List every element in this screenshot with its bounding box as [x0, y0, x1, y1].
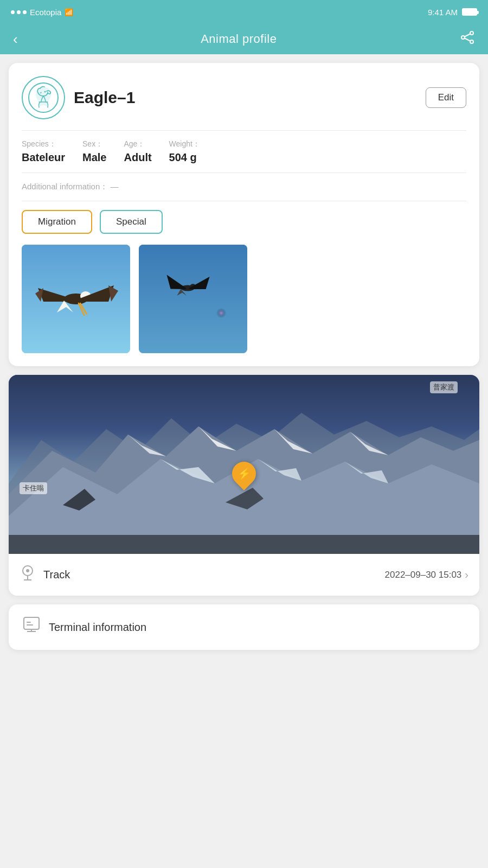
profile-card: Eagle–1 Edit Species： Bateleur Sex： Male…	[9, 63, 479, 366]
battery-icon	[462, 8, 477, 16]
avatar	[22, 76, 65, 119]
edit-button[interactable]: Edit	[426, 87, 466, 108]
additional-label: Additional information：	[22, 182, 108, 191]
carrier-label: Ecotopia	[30, 8, 61, 17]
weight-value: 504 g	[169, 151, 200, 164]
signal-dots	[11, 10, 27, 14]
main-content: Eagle–1 Edit Species： Bateleur Sex： Male…	[0, 54, 488, 659]
svg-point-16	[26, 569, 29, 572]
sex-value: Male	[82, 151, 106, 164]
location-icon	[20, 564, 36, 586]
stat-weight: Weight： 504 g	[169, 139, 200, 164]
svg-line-3	[465, 34, 470, 37]
stat-sex: Sex： Male	[82, 139, 106, 164]
map-label-1: 普家渡	[430, 381, 458, 393]
map-image: 普家渡 卡住嗡 ⚡	[9, 375, 479, 554]
stat-species: Species： Bateleur	[22, 139, 65, 164]
svg-point-11	[198, 293, 231, 326]
animal-header: Eagle–1 Edit	[22, 76, 466, 119]
stats-row: Species： Bateleur Sex： Male Age： Adult W…	[22, 139, 466, 164]
terminal-icon	[22, 615, 41, 639]
animal-identity: Eagle–1	[22, 76, 135, 119]
animal-name: Eagle–1	[74, 88, 135, 107]
time-label: 9:41 AM	[428, 8, 458, 17]
lightning-icon: ⚡	[237, 467, 251, 480]
track-label: Track	[43, 569, 70, 581]
terminal-card[interactable]: Terminal information	[9, 604, 479, 650]
track-left: Track	[20, 564, 70, 586]
status-bar: Ecotopia 📶 9:41 AM	[0, 0, 488, 24]
age-label: Age：	[124, 139, 152, 149]
svg-point-0	[470, 31, 473, 35]
wifi-icon: 📶	[65, 8, 73, 16]
sex-label: Sex：	[82, 139, 106, 149]
photo-2[interactable]	[139, 245, 247, 353]
divider-2	[22, 173, 466, 173]
svg-rect-19	[24, 617, 39, 629]
additional-value: —	[110, 182, 118, 191]
track-row[interactable]: Track 2022–09–30 15:03 ›	[9, 554, 479, 596]
species-label: Species：	[22, 139, 65, 149]
map-marker[interactable]: ⚡	[232, 462, 256, 486]
header: ‹ Animal profile	[0, 24, 488, 54]
photo-1[interactable]	[22, 245, 130, 353]
track-date: 2022–09–30 15:03	[385, 570, 462, 580]
svg-rect-10	[139, 245, 247, 353]
chevron-right-icon: ›	[465, 569, 468, 581]
map-label-3: 卡住嗡	[20, 482, 47, 494]
species-value: Bateleur	[22, 151, 65, 164]
svg-line-4	[465, 39, 470, 41]
svg-point-6	[44, 91, 46, 93]
tag-migration[interactable]: Migration	[22, 210, 92, 234]
tag-special[interactable]: Special	[100, 210, 163, 234]
status-left: Ecotopia 📶	[11, 8, 73, 17]
photos-row	[22, 245, 466, 353]
marker-pin: ⚡	[227, 456, 261, 490]
divider-1	[22, 130, 466, 131]
back-button[interactable]: ‹	[13, 32, 18, 46]
stat-age: Age： Adult	[124, 139, 152, 164]
weight-label: Weight：	[169, 139, 200, 149]
age-value: Adult	[124, 151, 152, 164]
svg-point-1	[461, 36, 465, 39]
map-card[interactable]: 普家渡 卡住嗡 ⚡ Track	[9, 375, 479, 596]
track-right: 2022–09–30 15:03 ›	[385, 569, 468, 581]
page-title: Animal profile	[201, 32, 277, 46]
divider-3	[22, 201, 466, 201]
status-right: 9:41 AM	[428, 8, 477, 17]
terminal-label: Terminal information	[49, 621, 146, 634]
share-button[interactable]	[460, 31, 475, 47]
additional-info: Additional information： —	[22, 182, 466, 192]
tags-row: Migration Special	[22, 210, 466, 234]
svg-point-2	[470, 40, 473, 43]
